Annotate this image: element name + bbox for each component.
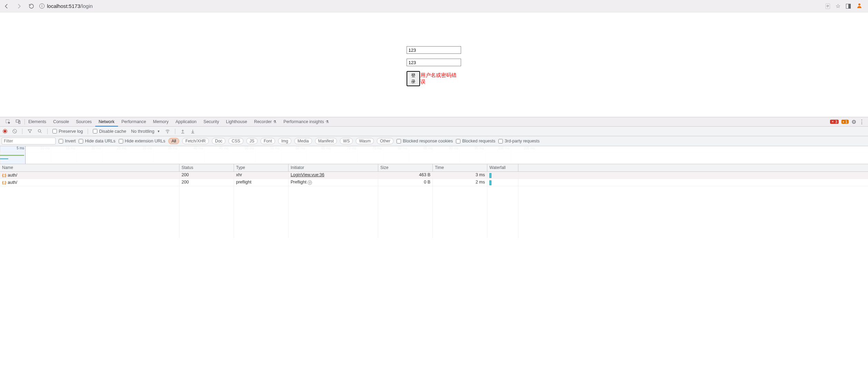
filter-toggle-icon[interactable] [27, 129, 32, 134]
address-bar[interactable]: localhost:5173/login [47, 3, 93, 9]
timeline-bar [0, 158, 8, 159]
network-filter-bar: Invert Hide data URLs Hide extension URL… [0, 136, 868, 146]
devtools-tab-performance-insights[interactable]: Performance insights⚗ [280, 117, 332, 127]
request-size: 0 B [378, 179, 433, 186]
devtools-tab-memory[interactable]: Memory [149, 117, 172, 127]
divider [88, 129, 88, 134]
url-path: /login [80, 3, 93, 9]
password-input[interactable] [407, 59, 461, 66]
filter-type-media[interactable]: Media [294, 138, 312, 144]
column-header-size[interactable]: Size [378, 164, 433, 171]
request-waterfall [487, 172, 518, 179]
network-toolbar: Preserve log Disable cache No throttling… [0, 127, 868, 136]
request-initiator[interactable]: LoginView.vue:36 [289, 172, 378, 179]
filter-type-img[interactable]: Img [278, 138, 291, 144]
network-conditions-icon[interactable] [165, 129, 170, 134]
devtools-tab-lighthouse[interactable]: Lighthouse [223, 117, 251, 127]
hide-data-urls-checkbox[interactable]: Hide data URLs [79, 139, 115, 143]
timeline-dim-overlay [26, 146, 868, 164]
timeline-bar [0, 155, 24, 156]
request-row[interactable]: {;}auth/200xhrLoginView.vue:36463 B3 ms [0, 172, 868, 179]
request-type: xhr [234, 172, 289, 179]
column-header-type[interactable]: Type [234, 164, 289, 171]
devtools-tab-security[interactable]: Security [200, 117, 223, 127]
column-header-waterfall[interactable]: Waterfall [487, 164, 518, 171]
search-icon[interactable] [37, 129, 42, 134]
import-har-icon[interactable] [180, 129, 185, 134]
filter-type-doc[interactable]: Doc [212, 138, 225, 144]
devtools-tab-network[interactable]: Network [95, 117, 118, 127]
divider [22, 129, 22, 134]
svg-point-6 [167, 133, 168, 133]
hide-extension-urls-checkbox[interactable]: Hide extension URLs [119, 139, 165, 143]
request-table: NameStatusTypeInitiatorSizeTimeWaterfall… [0, 164, 868, 238]
chevron-down-icon: ▼ [157, 130, 160, 133]
preflight-info-icon[interactable]: ⊘ [308, 180, 312, 185]
blocked-cookies-checkbox[interactable]: Blocked response cookies [397, 139, 453, 143]
third-party-checkbox[interactable]: 3rd-party requests [498, 139, 539, 143]
blocked-requests-checkbox[interactable]: Blocked requests [456, 139, 495, 143]
devtools-tab-console[interactable]: Console [50, 117, 72, 127]
column-header-status[interactable]: Status [179, 164, 234, 171]
json-icon: {;} [2, 173, 6, 177]
translate-icon[interactable]: 🀄︎ [826, 3, 830, 9]
login-button[interactable]: 登录 [407, 71, 420, 86]
throttling-select[interactable]: No throttling▼ [131, 129, 160, 134]
warning-count-badge[interactable]: 1 [841, 120, 849, 124]
filter-type-all[interactable]: All [168, 138, 179, 144]
preserve-log-checkbox[interactable]: Preserve log [52, 129, 83, 134]
filter-type-other[interactable]: Other [377, 138, 393, 144]
svg-rect-2 [16, 120, 19, 122]
request-type: preflight [234, 179, 289, 186]
site-info-icon[interactable]: i [39, 3, 45, 9]
login-error-message: 用户名或密码错误 [420, 72, 461, 85]
filter-type-css[interactable]: CSS [228, 138, 243, 144]
record-button-icon[interactable] [3, 129, 7, 133]
column-header-time[interactable]: Time [433, 164, 487, 171]
filter-type-js[interactable]: JS [246, 138, 257, 144]
error-count-badge[interactable]: 3 [830, 120, 839, 124]
request-table-header[interactable]: NameStatusTypeInitiatorSizeTimeWaterfall [0, 164, 868, 172]
filter-type-manifest[interactable]: Manifest [315, 138, 337, 144]
filter-type-fetch-xhr[interactable]: Fetch/XHR [182, 138, 209, 144]
inspect-element-icon[interactable] [5, 119, 11, 124]
clear-icon[interactable] [12, 129, 17, 134]
network-timeline[interactable]: 5 ms10 ms15 ms20 ms25 ms30 ms35 ms40 ms4… [0, 146, 868, 164]
disable-cache-checkbox[interactable]: Disable cache [93, 129, 126, 134]
devtools-tab-recorder[interactable]: Recorder⚗ [251, 117, 280, 127]
devtools-tab-sources[interactable]: Sources [72, 117, 95, 127]
devtools-tab-application[interactable]: Application [172, 117, 200, 127]
filter-type-ws[interactable]: WS [340, 138, 353, 144]
devtools-menu-icon[interactable]: ⋮ [859, 119, 864, 125]
url-host: localhost:5173 [47, 3, 80, 9]
svg-point-5 [38, 130, 41, 132]
divider [47, 129, 48, 134]
side-panel-icon[interactable] [846, 4, 851, 9]
request-time: 2 ms [433, 179, 487, 186]
profile-avatar-icon[interactable] [856, 2, 862, 10]
devtools-tab-elements[interactable]: Elements [25, 117, 50, 127]
device-toolbar-icon[interactable] [16, 119, 21, 124]
request-row[interactable]: {;}auth/200preflightPreflight ⊘0 B2 ms [0, 179, 868, 186]
back-icon[interactable] [3, 3, 10, 9]
request-status: 200 [179, 172, 234, 179]
filter-type-wasm[interactable]: Wasm [356, 138, 374, 144]
column-header-name[interactable]: Name [0, 164, 179, 171]
bookmark-star-icon[interactable]: ☆ [836, 3, 840, 9]
username-input[interactable] [407, 46, 461, 54]
divider [175, 129, 175, 134]
forward-icon[interactable] [16, 3, 22, 9]
filter-input[interactable] [2, 138, 56, 144]
export-har-icon[interactable] [190, 129, 195, 134]
filter-type-font[interactable]: Font [261, 138, 275, 144]
invert-checkbox[interactable]: Invert [59, 139, 76, 143]
devtools-tab-performance[interactable]: Performance [118, 117, 150, 127]
reload-icon[interactable] [28, 3, 35, 9]
request-status: 200 [179, 179, 234, 186]
column-header-initiator[interactable]: Initiator [289, 164, 378, 171]
request-name: auth/ [8, 173, 17, 178]
request-waterfall [487, 179, 518, 186]
devtools-settings-icon[interactable]: ⚙ [851, 119, 856, 125]
browser-toolbar: i localhost:5173/login 🀄︎ ☆ [0, 0, 868, 12]
devtools-panel: ElementsConsoleSourcesNetworkPerformance… [0, 117, 868, 238]
